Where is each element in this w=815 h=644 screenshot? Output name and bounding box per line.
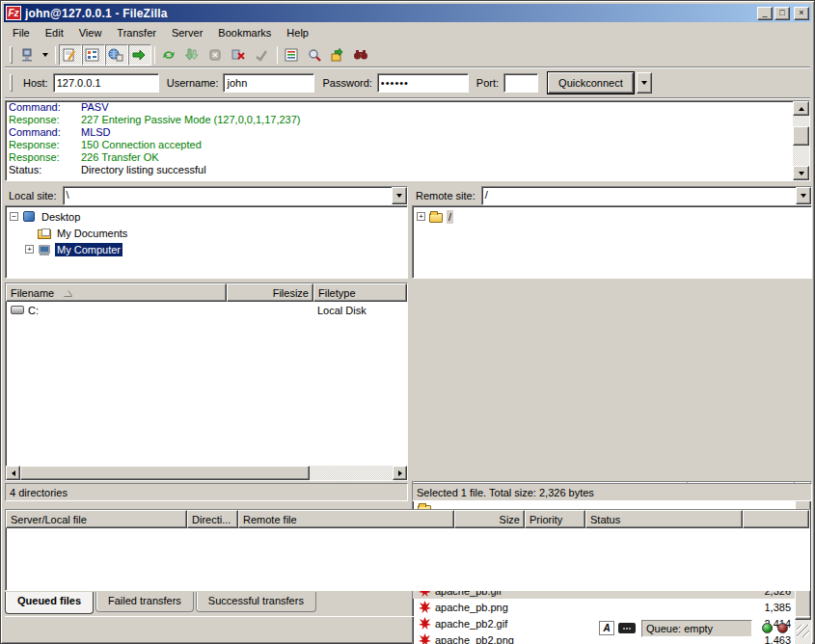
scroll-down-button[interactable] (793, 166, 809, 180)
my-computer-icon (37, 243, 52, 256)
tree-item-my-documents[interactable]: My Documents (6, 225, 407, 241)
log-text: Directory listing successful (81, 164, 206, 176)
receive-indicator-led (762, 623, 773, 633)
my-documents-icon (37, 227, 52, 240)
local-treeview-icon (85, 48, 100, 62)
log-scrollbar[interactable] (793, 101, 809, 180)
toolbar-grip[interactable] (10, 46, 13, 64)
toggle-local-tree-button[interactable] (82, 44, 105, 66)
disconnect-button[interactable] (228, 44, 251, 66)
transfer-type-icon[interactable]: A (599, 621, 614, 635)
expand-icon[interactable]: + (25, 245, 34, 254)
quickbar-grip[interactable] (10, 74, 13, 92)
log-label: Command: (9, 101, 81, 114)
column-header-filename[interactable]: Filename (6, 283, 227, 302)
local-site-combo-dropdown[interactable] (392, 187, 407, 204)
close-button[interactable]: × (794, 7, 809, 20)
tree-item-my-computer[interactable]: + My Computer (6, 241, 407, 257)
tree-item-desktop[interactable]: − Desktop (6, 208, 407, 225)
chevron-down-icon (396, 194, 402, 198)
quickconnect-dropdown[interactable] (637, 72, 652, 94)
tree-item-label: / (447, 210, 453, 224)
expand-icon[interactable]: + (417, 212, 425, 221)
tree-item-label: Desktop (40, 210, 82, 224)
remote-site-combo[interactable]: / (481, 186, 812, 205)
scroll-up-button[interactable] (793, 101, 809, 116)
site-manager-dropdown[interactable] (39, 44, 52, 66)
menu-view[interactable]: View (71, 25, 110, 40)
column-header-size[interactable]: Size (454, 510, 525, 528)
cancel-operation-button[interactable] (204, 44, 228, 66)
chevron-down-icon (641, 81, 647, 85)
remote-treeview-icon (108, 48, 123, 62)
menu-server[interactable]: Server (164, 25, 210, 40)
column-header-lastmodified[interactable]: L (407, 283, 408, 302)
maximize-button[interactable]: □ (774, 7, 790, 20)
tab-failed-transfers[interactable]: Failed transfers (95, 592, 194, 612)
menu-help[interactable]: Help (279, 25, 316, 40)
reconnect-button[interactable] (251, 44, 274, 66)
disk-drive-icon (10, 304, 25, 317)
process-queue-icon (184, 48, 200, 62)
menu-transfer[interactable]: Transfer (109, 25, 164, 40)
synchronized-browsing-button[interactable] (327, 44, 350, 66)
host-label: Host: (23, 77, 48, 89)
tree-item-root[interactable]: + / (413, 208, 811, 225)
column-header-filler (743, 510, 809, 528)
column-header-priority[interactable]: Priority (525, 510, 585, 528)
remote-list-status: Selected 1 file. Total size: 2,326 bytes (412, 483, 812, 501)
log-text: PASV (81, 101, 109, 114)
resize-grip[interactable] (797, 625, 809, 637)
host-input[interactable] (53, 73, 159, 93)
scroll-right-button[interactable] (393, 466, 407, 480)
quickconnect-bar: Host: Username: Password: Port: Quickcon… (5, 68, 810, 98)
directory-listing-filters-button[interactable] (281, 44, 304, 66)
remote-site-path: / (482, 187, 796, 204)
column-header-server-local-file[interactable]: Server/Local file (6, 510, 187, 528)
app-icon[interactable]: Fz (6, 6, 21, 20)
column-header-remote-file[interactable]: Remote file (238, 510, 454, 528)
log-label: Command: (9, 126, 81, 139)
column-header-filetype[interactable]: Filetype (313, 283, 407, 302)
site-manager-button[interactable] (15, 44, 39, 66)
local-list-hscrollbar[interactable] (6, 466, 407, 480)
menu-bookmarks[interactable]: Bookmarks (210, 25, 279, 40)
column-header-direction[interactable]: Directi... (187, 510, 238, 528)
collapse-icon[interactable]: − (10, 212, 18, 221)
username-label: Username: (167, 77, 219, 89)
message-log: Command:PASV Response:227 Entering Passi… (5, 100, 810, 181)
tab-queued-files[interactable]: Queued files (5, 592, 94, 614)
menu-edit[interactable]: Edit (38, 25, 71, 40)
username-input[interactable] (223, 73, 314, 93)
remote-site-combo-dropdown[interactable] (796, 187, 811, 204)
find-files-button[interactable] (350, 44, 373, 66)
file-list-row: Filename Filesize Filetype L C: Local Di… (1, 282, 814, 481)
refresh-button[interactable] (158, 44, 181, 66)
password-input[interactable] (377, 73, 469, 93)
directory-comparison-button[interactable] (304, 44, 327, 66)
toggle-transfer-queue-button[interactable] (128, 44, 151, 66)
menu-file[interactable]: File (5, 25, 38, 40)
process-queue-button[interactable] (181, 44, 204, 66)
image-file-icon (417, 601, 432, 614)
port-input[interactable] (503, 73, 538, 93)
quickconnect-button[interactable]: Quickconnect (548, 72, 634, 94)
toggle-remote-tree-button[interactable] (105, 44, 128, 66)
log-label: Response: (9, 114, 81, 126)
scroll-left-button[interactable] (6, 466, 20, 480)
remote-site-label: Remote site: (412, 190, 481, 201)
minimize-button[interactable]: _ (757, 7, 773, 20)
toolbar (5, 42, 810, 67)
send-indicator-led (777, 623, 788, 633)
scroll-thumb[interactable] (793, 126, 809, 146)
file-row-apache-pb-png[interactable]: apache_pb.png 1,385 (413, 599, 811, 615)
column-header-status[interactable]: Status (585, 510, 743, 528)
column-header-filesize[interactable]: Filesize (227, 283, 313, 302)
scroll-thumb[interactable] (20, 466, 310, 480)
toggle-message-log-button[interactable] (59, 44, 82, 66)
local-site-combo[interactable]: \ (63, 186, 408, 205)
file-row-c-drive[interactable]: C: Local Disk (6, 302, 407, 318)
speed-limit-icon[interactable] (618, 623, 636, 633)
tab-successful-transfers[interactable]: Successful transfers (196, 592, 316, 612)
synchronized-browsing-icon (330, 48, 345, 62)
